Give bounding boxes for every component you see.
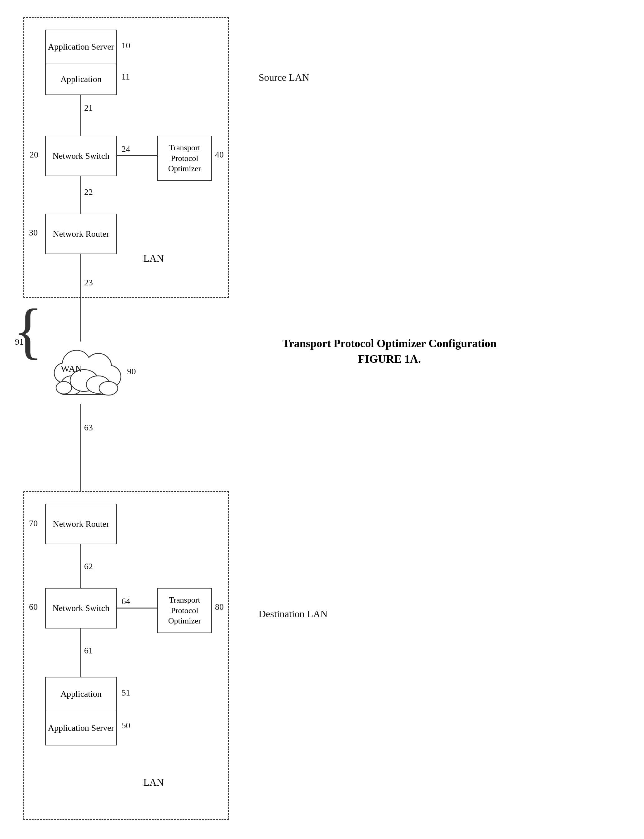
label-22: 22 — [84, 187, 93, 197]
source-lan-label: Source LAN — [259, 72, 309, 83]
svg-point-4 — [56, 381, 72, 394]
label-64: 64 — [122, 596, 130, 606]
brace-wan: { — [13, 299, 43, 362]
app-server-bottom-box: Application Server — [45, 711, 117, 745]
label-11: 11 — [122, 72, 130, 82]
app-server-bottom-label: Application Server — [48, 722, 114, 734]
network-switch-top-box: Network Switch — [45, 136, 117, 176]
label-60: 60 — [29, 602, 38, 612]
network-switch-bottom-label: Network Switch — [53, 603, 110, 614]
label-23: 23 — [84, 278, 93, 288]
lan-label-bottom: LAN — [143, 776, 164, 788]
app-server-top-label: Application Server — [48, 41, 114, 53]
label-50: 50 — [122, 720, 130, 730]
app-top-label: Application — [61, 74, 102, 85]
figure-title: Transport Protocol Optimizer Configurati… — [280, 337, 498, 366]
line-router-to-wan-top — [80, 254, 81, 341]
line-switch-to-router-top — [80, 176, 81, 214]
app-bottom-top-box: Application — [45, 677, 117, 711]
tpo-top-box: TransportProtocolOptimizer — [157, 136, 212, 181]
label-20: 20 — [30, 150, 38, 160]
line-wan-to-router-bottom — [80, 404, 81, 491]
dest-lan-label: Destination LAN — [259, 608, 327, 620]
line-app-to-switch-top — [80, 95, 81, 136]
tpo-top-label: TransportProtocolOptimizer — [168, 143, 201, 174]
diagram-page: Source LAN LAN Application Server Applic… — [0, 0, 644, 839]
network-switch-bottom-box: Network Switch — [45, 588, 117, 628]
label-21: 21 — [84, 103, 93, 113]
label-40: 40 — [215, 150, 224, 160]
line-switch-to-tpo-bottom — [117, 608, 157, 608]
tpo-bottom-box: TransportProtocolOptimizer — [157, 588, 212, 633]
line-router-to-switch-bottom — [80, 544, 81, 588]
label-51: 51 — [122, 688, 130, 698]
tpo-bottom-label: TransportProtocolOptimizer — [168, 595, 201, 626]
app-bottom-label: Application — [61, 688, 102, 700]
svg-point-3 — [99, 381, 118, 395]
app-server-top-box: Application Server — [45, 30, 117, 64]
network-router-bottom-box: Network Router — [45, 504, 117, 544]
figure-title-line1: Transport Protocol Optimizer Configurati… — [280, 337, 498, 350]
network-router-top-label: Network Router — [53, 228, 109, 239]
line-switch-to-tpo-top — [117, 155, 157, 156]
line-switch-to-app-bottom — [80, 628, 81, 677]
label-70: 70 — [29, 518, 38, 528]
figure-title-line2: FIGURE 1A. — [280, 353, 498, 366]
label-30: 30 — [29, 227, 38, 238]
label-91: 91 — [15, 337, 24, 347]
wan-label: WAN — [61, 363, 82, 374]
label-10: 10 — [122, 41, 130, 51]
label-63: 63 — [84, 423, 93, 433]
label-90: 90 — [127, 366, 136, 376]
network-router-bottom-label: Network Router — [53, 518, 109, 529]
label-24: 24 — [122, 144, 130, 154]
app-top-box: Application — [45, 64, 117, 95]
lan-label-top: LAN — [143, 253, 164, 264]
network-router-top-box: Network Router — [45, 214, 117, 254]
label-62: 62 — [84, 561, 93, 571]
label-80: 80 — [215, 602, 224, 612]
network-switch-top-label: Network Switch — [53, 150, 110, 162]
label-61: 61 — [84, 646, 93, 656]
